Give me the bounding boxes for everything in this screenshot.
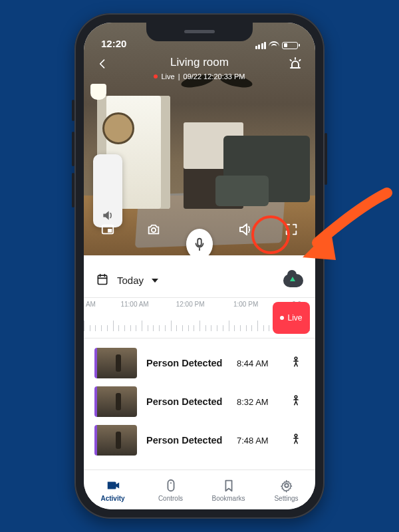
tab-bar: Activity Controls Bookmarks Settings — [84, 469, 315, 509]
event-title: Person Detected — [146, 358, 227, 368]
camera-title: Living room — [84, 56, 315, 69]
siren-button[interactable] — [287, 56, 303, 74]
speaker-mute-button[interactable] — [232, 221, 259, 237]
event-thumbnail — [94, 425, 137, 456]
event-time: 8:44 AM — [237, 358, 281, 368]
cellular-icon — [255, 42, 267, 49]
camera-header: Living room Live | 09/22 12:20:33 PM — [84, 56, 315, 81]
tab-controls[interactable]: Controls — [142, 470, 200, 509]
live-dot-icon — [154, 74, 158, 78]
speaker-icon — [237, 221, 253, 237]
bookmark-icon — [221, 478, 236, 493]
camera-controls — [84, 214, 315, 245]
tab-bookmarks[interactable]: Bookmarks — [200, 470, 257, 509]
power-button — [325, 133, 327, 185]
gear-icon — [279, 478, 294, 493]
battery-icon — [282, 42, 298, 49]
camera-subtitle: Live | 09/22 12:20:33 PM — [154, 72, 245, 80]
date-selector-row: Today — [93, 273, 306, 295]
event-thumbnail — [94, 386, 137, 417]
camera-live-view[interactable]: 12:20 Living room Live | 09/22 12: — [84, 23, 315, 255]
tab-label: Controls — [158, 495, 183, 502]
camera-icon — [106, 478, 120, 493]
timeline-label: 1:00 PM — [233, 301, 258, 308]
svg-rect-1 — [108, 229, 112, 233]
svg-point-9 — [170, 482, 171, 483]
camera-timestamp: 09/22 12:20:33 PM — [184, 72, 245, 80]
svg-rect-4 — [98, 275, 106, 284]
cloud-button[interactable] — [283, 274, 303, 287]
live-prefix: Live — [161, 72, 174, 80]
calendar-button[interactable] — [96, 273, 109, 288]
mouse-icon — [164, 478, 178, 493]
event-time: 7:48 AM — [237, 436, 281, 446]
microphone-button[interactable] — [186, 229, 213, 255]
timeline-label: AM — [86, 301, 96, 308]
tab-label: Settings — [274, 495, 298, 502]
event-list: Person Detected 8:44 AM Person Detected … — [93, 344, 306, 460]
event-time: 8:32 AM — [237, 397, 281, 407]
event-row[interactable]: Person Detected 7:48 AM — [93, 421, 306, 460]
event-title: Person Detected — [146, 435, 227, 446]
svg-point-5 — [295, 357, 297, 360]
tab-settings[interactable]: Settings — [257, 470, 315, 509]
svg-rect-8 — [168, 479, 174, 491]
notch — [146, 23, 253, 41]
chevron-down-icon[interactable] — [152, 279, 158, 283]
date-label[interactable]: Today — [117, 275, 144, 286]
volume-up-button — [72, 132, 74, 166]
activity-panel: Today AM 11:00 AM 12:00 PM 1:00 PM 2:0 L… — [84, 255, 315, 469]
timeline-label: 11:00 AM — [120, 301, 148, 308]
volume-down-button — [72, 173, 74, 207]
svg-point-10 — [285, 483, 289, 487]
tab-label: Activity — [100, 495, 124, 502]
pip-button[interactable] — [94, 222, 121, 237]
tab-activity[interactable]: Activity — [84, 470, 142, 509]
wifi-icon — [269, 41, 279, 49]
timeline-label: 12:00 PM — [176, 301, 205, 308]
event-title: Person Detected — [146, 396, 227, 407]
fullscreen-button[interactable] — [278, 222, 305, 237]
back-button[interactable] — [96, 57, 109, 73]
svg-point-2 — [152, 228, 156, 232]
svg-rect-3 — [198, 239, 201, 246]
person-icon — [290, 394, 305, 409]
phone-frame: 12:20 Living room Live | 09/22 12: — [74, 13, 325, 519]
event-thumbnail — [94, 348, 137, 378]
screen: 12:20 Living room Live | 09/22 12: — [84, 23, 315, 509]
tab-label: Bookmarks — [211, 495, 245, 502]
person-icon — [290, 356, 305, 370]
svg-point-7 — [295, 434, 297, 437]
person-icon — [290, 433, 305, 448]
live-dot-icon — [280, 316, 284, 320]
go-live-button[interactable]: Live — [273, 302, 310, 334]
event-row[interactable]: Person Detected 8:44 AM — [93, 344, 306, 382]
mute-switch — [72, 100, 74, 121]
clock: 12:20 — [101, 38, 126, 49]
svg-point-6 — [295, 396, 297, 398]
event-row[interactable]: Person Detected 8:32 AM — [93, 382, 306, 421]
timeline[interactable]: AM 11:00 AM 12:00 PM 1:00 PM 2:0 Live — [84, 297, 315, 338]
snapshot-button[interactable] — [140, 222, 167, 237]
